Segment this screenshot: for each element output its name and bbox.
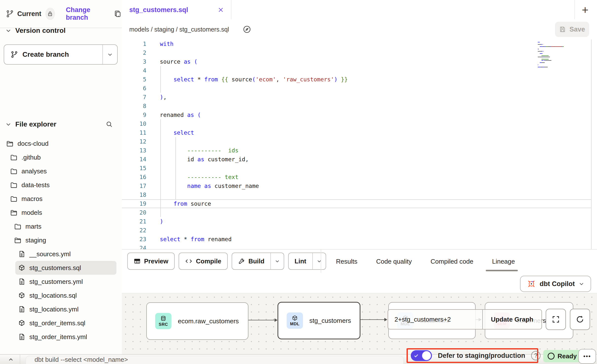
code-editor[interactable]: 1with23source as (45 select * from {{ so… [122,39,592,249]
preview-button[interactable]: Preview [127,253,175,270]
create-branch-button[interactable]: Create branch [4,44,118,65]
code-icon [185,257,192,265]
file-name: stg_customers.yml [29,278,83,286]
node-label: ecom.raw_customers [178,317,239,325]
file-tree-item[interactable]: staging [0,233,122,247]
doc-icon [18,306,25,313]
code-line: 21) [122,217,591,226]
file-tree-item[interactable]: stg_locations.sql [0,289,122,302]
save-icon [559,26,566,33]
line-number: 4 [122,66,152,75]
file-tree-item[interactable]: __sources.yml [0,247,122,261]
docs-compass-button[interactable] [240,22,254,36]
editor-minimap[interactable] [538,42,590,68]
code-line: 13 ---------- ids [122,146,591,155]
new-tab-button[interactable]: + [578,2,593,17]
code-line: 16 ---------- text [122,173,591,182]
help-icon[interactable]: ? [531,351,541,360]
save-button[interactable]: Save [555,22,589,37]
lint-button[interactable]: Lint [288,253,326,270]
lineage-canvas[interactable]: SRC ecom.raw_customers MDL stg_customers… [122,293,597,355]
minimap-line [538,60,590,61]
file-name: stg_order_items.yml [29,333,87,341]
lineage-node-stg-customers[interactable]: MDL stg_customers [278,302,360,339]
minimap-line [538,55,590,55]
file-tree-item[interactable]: .github [0,150,122,164]
file-name: stg_locations.yml [29,306,78,313]
create-branch-menu-button[interactable] [102,45,117,64]
fullscreen-button[interactable] [546,309,566,330]
file-tree-item[interactable]: stg_order_items.yml [0,330,122,344]
file-tree-item[interactable]: stg_order_items.sql [0,316,122,330]
code-line: 14 id as customer_id, [122,155,591,164]
file-tree-item[interactable]: stg_customers.yml [0,275,122,289]
lock-icon [47,11,53,17]
file-tree-item[interactable]: stg_locations.yml [0,302,122,316]
lineage-selector-input[interactable]: 2+stg_customers+2 [388,316,482,323]
node-label: stg_customers [309,317,351,325]
table-icon [134,258,141,265]
file-tree-item[interactable]: docs-cloud [0,137,122,150]
minimap-line [538,57,590,57]
tab-compiled-code[interactable]: Compiled code [421,258,483,265]
search-icon[interactable] [106,121,113,128]
minimap-line [538,55,590,56]
cube-icon [18,264,25,272]
line-number: 17 [122,182,152,190]
compile-button[interactable]: Compile [179,253,228,270]
sidebar: Current Change branch Version control Cr… [0,0,122,354]
more-options-button[interactable]: ••• [578,349,596,364]
chevron-down-icon [275,259,280,264]
tab-lineage[interactable]: Lineage [483,258,524,265]
file-tree-item[interactable]: macros [0,192,122,206]
file-explorer-header[interactable]: File explorer [5,118,116,130]
branch-icon [11,51,18,58]
refresh-button[interactable] [570,309,590,330]
file-tree-item[interactable]: marts [0,219,122,233]
build-menu-button[interactable] [270,253,284,269]
build-button[interactable]: Build [232,253,284,270]
code-lines: 1with23source as (45 select * from {{ so… [122,39,591,249]
folder-icon [14,223,21,230]
code-line: 6 [122,84,591,93]
file-name: marts [25,223,41,230]
file-tree-item[interactable]: models [0,206,122,219]
version-control-header[interactable]: Version control [5,25,66,36]
copy-branch-icon[interactable] [113,10,122,18]
file-tree-item[interactable]: analyses [0,164,122,178]
dbt-copilot-button[interactable]: dbt Copilot [520,276,591,292]
lineage-node-ecom-raw-customers[interactable]: SRC ecom.raw_customers [146,302,248,340]
minimap-line [538,45,590,46]
lineage-edge-arrowhead [384,318,387,321]
lineage-edge-arrowhead [275,318,278,322]
defer-toggle[interactable] [411,350,432,361]
minimap-line [538,50,590,50]
line-number: 7 [122,93,152,102]
tab-code-quality[interactable]: Code quality [367,258,421,265]
tab-results[interactable]: Results [327,258,367,265]
code-line: 11 select [122,128,591,137]
lint-menu-button[interactable] [312,253,326,269]
cube-icon [18,292,25,299]
minimap-line [538,51,590,52]
code-line: 23select * from renamed [122,235,591,244]
collapse-panel-button[interactable] [5,356,16,364]
tab-stg-customers-sql[interactable]: stg_customers.sql [122,0,231,20]
code-line: 5 select * from {{ source('ecom', 'raw_c… [122,75,591,84]
model-badge: MDL [287,312,303,329]
close-tab-icon[interactable] [218,7,224,13]
line-number: 1 [122,39,152,48]
change-branch-link[interactable]: Change branch [66,6,104,21]
build-label: Build [248,257,264,265]
update-graph-button[interactable]: Update Graph [482,310,541,329]
line-number: 14 [122,155,152,164]
line-number: 23 [122,235,152,244]
editor-toolbar: Preview Compile Build Lint [122,249,597,273]
file-tree-item[interactable]: stg_customers.sql [15,261,116,275]
line-number: 11 [122,128,152,137]
code-line: 17 name as customer_name [122,182,591,190]
line-number: 19 [122,200,152,208]
file-tree-item[interactable]: data-tests [0,178,122,192]
line-number: 15 [122,164,152,173]
status-circle-icon [548,353,555,360]
